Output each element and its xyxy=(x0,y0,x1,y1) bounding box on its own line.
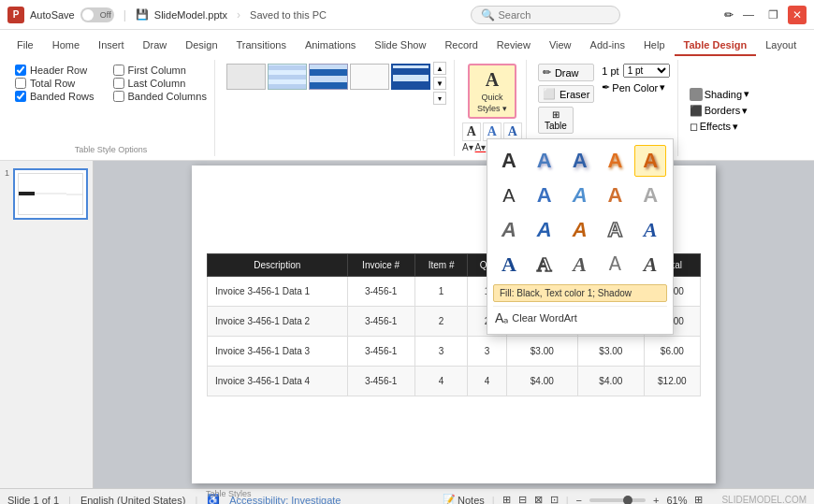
tab-design[interactable]: Design xyxy=(176,36,226,56)
autosave-label: AutoSave xyxy=(30,9,75,21)
checkbox-first-column[interactable]: First Column xyxy=(113,65,207,76)
shading-icon xyxy=(690,88,703,101)
wordart-item-10[interactable]: A xyxy=(634,180,666,211)
tab-draw[interactable]: Draw xyxy=(134,36,177,56)
effects-button[interactable]: ◻ Effects ▾ xyxy=(690,121,749,133)
borders-button[interactable]: ⬛ Borders ▾ xyxy=(690,105,749,117)
quick-styles-button[interactable]: A Quick Styles ▾ xyxy=(468,64,516,119)
wordart-item-18[interactable]: A xyxy=(564,249,596,281)
wordart-item-16[interactable]: A xyxy=(493,249,525,281)
tab-file[interactable]: File xyxy=(7,36,43,56)
table-button[interactable]: ⊞ Table xyxy=(538,107,574,134)
pen-color-icon: ✒ xyxy=(602,81,610,94)
wordart-item-7[interactable]: A xyxy=(529,180,560,211)
wordart-item-3[interactable]: A xyxy=(564,145,596,177)
view-slidesorter-icon[interactable]: ⊟ xyxy=(518,494,527,504)
draw-button[interactable]: ✏ Draw xyxy=(538,64,594,81)
checkbox-banded-columns[interactable]: Banded Columns xyxy=(113,91,207,102)
minimize-button[interactable]: — xyxy=(739,6,758,24)
cell-disc-3: $3.00 xyxy=(577,336,644,366)
cell-disc-4: $4.00 xyxy=(577,366,644,396)
view-reading-icon[interactable]: ⊠ xyxy=(534,494,543,504)
close-button[interactable]: ✕ xyxy=(788,6,807,24)
wordart-item-20[interactable]: A xyxy=(634,249,666,281)
tab-record[interactable]: Record xyxy=(435,36,487,56)
table-styles-scroll-up[interactable]: ▲ xyxy=(433,62,446,75)
search-box[interactable]: 🔍 xyxy=(471,6,620,24)
eraser-icon: ⬜ xyxy=(543,88,556,100)
wordart-item-8[interactable]: A xyxy=(564,180,596,211)
table-style-3[interactable] xyxy=(309,64,348,90)
zoom-slider[interactable] xyxy=(589,498,646,502)
checkbox-header-row[interactable]: Header Row xyxy=(15,65,94,76)
section-table-style-options: Header Row Total Row Banded Rows First C… xyxy=(7,60,215,156)
tab-add-ins[interactable]: Add-ins xyxy=(581,36,634,56)
ribbon-tabs: File Home Insert Draw Design Transitions… xyxy=(0,30,814,56)
col-invoice: Invoice # xyxy=(347,253,414,276)
view-presenter-icon[interactable]: ⊡ xyxy=(550,494,559,504)
fit-to-window-icon[interactable]: ⊞ xyxy=(694,494,703,504)
status-right: 📝 Notes | ⊞ ⊟ ⊠ ⊡ | − + 61% ⊞ SLIDEMODEL… xyxy=(443,494,807,504)
clear-wordart-button[interactable]: Aₐ Clear WordArt xyxy=(493,306,667,328)
wordart-item-19[interactable]: A xyxy=(599,249,631,281)
tab-table-design[interactable]: Table Design xyxy=(675,36,757,56)
zoom-level[interactable]: 61% xyxy=(666,495,687,505)
table-style-selected[interactable] xyxy=(391,64,430,90)
tab-insert[interactable]: Insert xyxy=(89,36,134,56)
pt-select[interactable]: 1 pt xyxy=(623,64,670,78)
pen-color-dropdown[interactable]: ▾ xyxy=(660,81,665,94)
wordart-item-4[interactable]: A xyxy=(599,145,631,177)
wordart-tooltip: Fill: Black, Text color 1; Shadow xyxy=(493,284,667,302)
tab-animations[interactable]: Animations xyxy=(296,36,365,56)
tab-slide-show[interactable]: Slide Show xyxy=(365,36,435,56)
zoom-plus-button[interactable]: + xyxy=(653,495,659,505)
wordart-btn-1[interactable]: A xyxy=(462,122,481,141)
quick-styles-icon: A xyxy=(486,69,499,91)
notes-button[interactable]: 📝 Notes xyxy=(443,494,485,504)
wordart-item-5[interactable]: A xyxy=(634,145,666,177)
wordart-item-12[interactable]: A xyxy=(529,214,560,246)
checkbox-total-row[interactable]: Total Row xyxy=(15,78,94,89)
wordart-item-17[interactable]: A xyxy=(529,249,560,281)
checkbox-banded-rows[interactable]: Banded Rows xyxy=(15,91,94,102)
table-style-2[interactable] xyxy=(268,64,307,90)
borders-icon: ⬛ xyxy=(690,105,703,117)
checkbox-last-column[interactable]: Last Column xyxy=(113,78,207,89)
quick-styles-label: Quick xyxy=(481,93,502,102)
autosave-toggle[interactable]: Off xyxy=(80,7,114,22)
wordart-item-14[interactable]: A xyxy=(599,214,631,246)
table-label: Table xyxy=(545,121,567,131)
wordart-item-2[interactable]: A xyxy=(529,145,560,177)
eraser-button[interactable]: ⬜ Eraser xyxy=(538,85,594,103)
zoom-minus-button[interactable]: − xyxy=(576,495,582,505)
wordart-item-11[interactable]: A xyxy=(493,214,525,246)
tab-layout[interactable]: Layout xyxy=(756,36,806,56)
wordart-item-15[interactable]: A xyxy=(634,214,666,246)
table-styles-scroll-down[interactable]: ▼ xyxy=(433,77,446,90)
maximize-button[interactable]: ❐ xyxy=(763,6,782,24)
tab-transitions[interactable]: Transitions xyxy=(227,36,296,56)
wordart-item-13[interactable]: A xyxy=(564,214,596,246)
wordart-item-6[interactable]: A xyxy=(493,180,525,211)
file-name: SlideModel.pptx xyxy=(154,9,227,21)
shading-button[interactable]: Shading ▾ xyxy=(690,88,749,101)
tab-home[interactable]: Home xyxy=(43,36,89,56)
view-normal-icon[interactable]: ⊞ xyxy=(502,494,511,504)
table-style-1[interactable] xyxy=(226,64,266,90)
tab-review[interactable]: Review xyxy=(487,36,540,56)
clear-wordart-label: Clear WordArt xyxy=(512,312,576,324)
tab-help[interactable]: Help xyxy=(634,36,675,56)
table-styles-more[interactable]: ▾ xyxy=(433,92,446,105)
toggle-off-text: Off xyxy=(100,10,111,20)
table-style-4[interactable] xyxy=(350,64,389,90)
tab-view[interactable]: View xyxy=(540,36,581,56)
search-input[interactable] xyxy=(499,9,602,21)
wordart-item-1[interactable]: A xyxy=(493,145,525,177)
slide-thumbnail[interactable] xyxy=(13,168,88,220)
effects-icon: ◻ xyxy=(690,121,698,133)
toggle-knob xyxy=(82,9,94,21)
title-bar-left: P AutoSave Off | 💾 SlideModel.pptx › Sav… xyxy=(7,7,366,23)
slide-panel: 1 xyxy=(0,161,94,488)
wordart-item-9[interactable]: A xyxy=(599,180,631,211)
pen-color-label: Pen Color xyxy=(612,82,658,94)
